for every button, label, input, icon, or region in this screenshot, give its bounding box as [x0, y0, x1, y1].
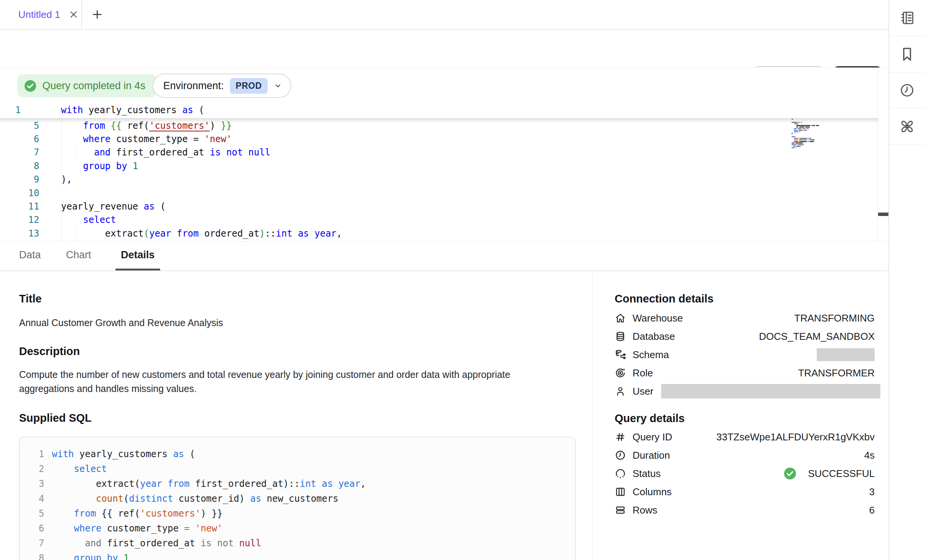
- scrollbar-thumb[interactable]: [878, 213, 888, 216]
- right-sidebar: [888, 0, 925, 560]
- check-circle-icon: [24, 80, 37, 92]
- detail-value: [661, 384, 880, 398]
- warehouse-icon: [615, 312, 626, 324]
- tab-details[interactable]: Details: [116, 242, 160, 270]
- code-line[interactable]: 11yearly_revenue as (: [0, 200, 878, 213]
- sidebar-lineage-button[interactable]: [889, 109, 925, 145]
- results-tab-bar: DataChartDetails: [0, 241, 888, 271]
- title-heading: Title: [19, 293, 592, 305]
- line-number: 10: [0, 188, 39, 198]
- line-number: 1: [29, 449, 44, 459]
- indent-guide: [75, 146, 76, 159]
- detail-label: Role: [633, 367, 653, 379]
- minimap-line: [790, 123, 843, 124]
- minimap-line: [790, 125, 843, 126]
- sticky-scroll-line[interactable]: 1 with yearly_customers as (: [0, 103, 878, 118]
- detail-value: 3: [869, 486, 875, 498]
- code-line[interactable]: 7 and first_ordered_at is not null: [0, 146, 878, 159]
- code-line[interactable]: 10: [0, 186, 878, 200]
- connection-row: WarehouseTRANSFORMING: [615, 309, 875, 327]
- tab-data[interactable]: Data: [18, 242, 42, 270]
- code-line[interactable]: 13 extract(year from ordered_at)::int as…: [0, 227, 878, 240]
- sql-line: 7 and first_ordered_at is not null: [29, 536, 575, 550]
- tab-chart[interactable]: Chart: [65, 242, 92, 270]
- sql-line: 2 select: [29, 461, 575, 476]
- check-circle-icon: [784, 467, 797, 480]
- line-number: 6: [29, 523, 44, 534]
- code-text: ),: [61, 174, 72, 185]
- detail-label: Columns: [633, 486, 672, 498]
- status-text: SUCCESSFUL: [808, 468, 875, 480]
- code-text: select: [52, 464, 107, 474]
- query-row: Columns3: [615, 483, 875, 501]
- detail-value: DOCS_TEAM_SANDBOX: [759, 331, 875, 342]
- line-number: 3: [29, 478, 44, 489]
- code-text: where customer_type = 'new': [52, 523, 223, 534]
- minimap-line: [790, 128, 843, 129]
- close-icon[interactable]: [69, 10, 79, 19]
- sidebar-history-button[interactable]: [889, 72, 925, 109]
- spinner-icon: [615, 468, 626, 479]
- sidebar-notebook-button[interactable]: [889, 0, 925, 36]
- minimap-line: [790, 138, 843, 139]
- editor-lines[interactable]: 5 from {{ ref('customers') }}6 where cus…: [0, 119, 878, 240]
- environment-selector[interactable]: Environment: PROD: [153, 74, 291, 98]
- query-status-text: Query completed in 4s: [42, 80, 145, 92]
- minimap-line: [790, 142, 843, 143]
- detail-value: 6: [869, 504, 875, 516]
- detail-value: TRANSFORMER: [798, 367, 875, 379]
- sql-editor[interactable]: 1 with yearly_customers as ( 5 from {{ r…: [0, 103, 878, 241]
- history-icon: [899, 82, 915, 98]
- sidebar-bookmark-button[interactable]: [889, 36, 925, 72]
- minimap-line: [790, 133, 843, 134]
- query-row: Rows6: [615, 501, 875, 519]
- toolbar: Develop Run: [0, 30, 888, 67]
- rows-icon: [615, 504, 626, 516]
- columns-icon: [615, 486, 626, 498]
- plus-icon: [91, 8, 103, 21]
- new-tab-button[interactable]: [82, 0, 112, 29]
- connection-row: DatabaseDOCS_TEAM_SANDBOX: [615, 327, 875, 346]
- sql-line: 6 where customer_type = 'new': [29, 521, 575, 536]
- detail-label: Warehouse: [633, 312, 683, 324]
- query-row: Duration4s: [615, 446, 875, 464]
- line-number: 5: [29, 508, 44, 519]
- lineage-icon: [899, 118, 915, 134]
- connection-row: User: [615, 382, 875, 400]
- hash-icon: [615, 431, 626, 443]
- minimap-line: [790, 139, 843, 140]
- code-text: extract(year from first_ordered_at)::int…: [52, 478, 366, 489]
- detail-label: Duration: [633, 450, 670, 461]
- sticky-shadow: [0, 118, 878, 123]
- code-line[interactable]: 12 select: [0, 213, 878, 227]
- code-text: and first_ordered_at is not null: [52, 538, 261, 549]
- detail-label: Query ID: [633, 431, 672, 443]
- indent-guide: [61, 119, 62, 186]
- code-line: with yearly_customers as (: [61, 105, 204, 115]
- code-text: from {{ ref('customers') }}: [52, 508, 223, 519]
- line-number: 9: [0, 174, 39, 185]
- minimap-line: [790, 134, 843, 135]
- line-number: 13: [0, 228, 39, 239]
- code-text: where customer_type = 'new': [61, 134, 232, 144]
- chevron-down-icon: [274, 82, 282, 90]
- status-row: Query completed in 4s Environment: PROD: [0, 67, 888, 103]
- sql-line: 5 from {{ ref('customers') }}: [29, 506, 575, 521]
- description-heading: Description: [19, 345, 592, 358]
- tab-untitled-1[interactable]: Untitled 1: [0, 0, 82, 29]
- detail-label: User: [633, 386, 654, 397]
- code-line[interactable]: 6 where customer_type = 'new': [0, 132, 878, 146]
- sql-line: 4 count(distinct customer_id) as new_cus…: [29, 491, 575, 506]
- line-number: 7: [0, 147, 39, 158]
- detail-label: Rows: [633, 504, 657, 516]
- schema-icon: [615, 349, 626, 360]
- duration-icon: [615, 450, 626, 461]
- code-line[interactable]: 8 group by 1: [0, 159, 878, 173]
- supplied-sql-heading: Supplied SQL: [19, 412, 592, 424]
- line-number: 2: [29, 464, 44, 474]
- indent-guide: [75, 227, 76, 240]
- code-line[interactable]: 9),: [0, 173, 878, 186]
- query-status-pill: Query completed in 4s: [17, 74, 156, 97]
- minimap-line: [790, 147, 843, 148]
- database-icon: [615, 331, 626, 342]
